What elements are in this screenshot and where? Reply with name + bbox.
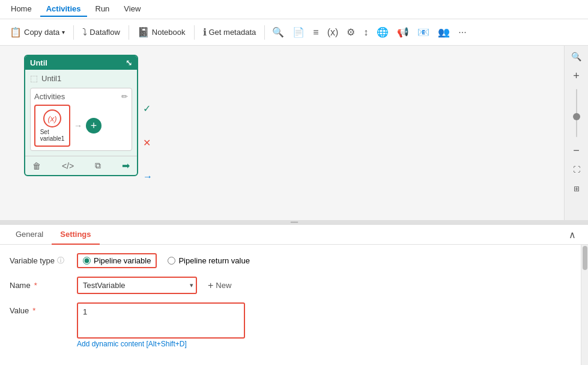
zoom-slider-thumb[interactable] (573, 113, 580, 120)
value-required: * (32, 306, 35, 315)
dataflow-button[interactable]: ⤵ Dataflow (77, 25, 125, 40)
separator (73, 25, 74, 40)
globe-icon-button[interactable]: 🌐 (373, 24, 392, 40)
set-variable-label: Setvariable1 (40, 129, 65, 142)
notify-icon-button[interactable]: 📢 (393, 24, 413, 40)
new-button[interactable]: + New (204, 278, 235, 293)
until-header: Until ⤡ (25, 56, 137, 70)
clone-icon[interactable]: ⧉ (92, 159, 103, 172)
info-icon: ℹ (203, 26, 207, 38)
name-label: Name * (10, 281, 70, 290)
until-copy-icon: ⬚ (30, 73, 38, 83)
bottom-tabs: General Settings ∧ (0, 225, 588, 245)
pipeline-return-radio[interactable] (168, 257, 175, 265)
name-required: * (34, 281, 37, 290)
copy-data-icon: 📋 (10, 26, 22, 38)
activities-inner: Activities ✏ (x) Setvariable1 → + (30, 88, 132, 151)
separator (129, 25, 129, 40)
arrow-icon: → (143, 171, 153, 182)
bottom-scrollbar[interactable] (581, 245, 588, 365)
add-activity-button[interactable]: + (86, 118, 102, 133)
copy-data-button[interactable]: 📋 Copy data ▾ (5, 24, 70, 40)
check-icon: ✓ (143, 103, 153, 114)
menu-run[interactable]: Run (89, 2, 116, 17)
notebook-icon: 📓 (138, 26, 150, 38)
zoom-out-button[interactable]: − (568, 142, 586, 159)
menu-home[interactable]: Home (5, 2, 38, 17)
canvas-search-button[interactable]: 🔍 (568, 48, 586, 65)
until-subitem-label: Until1 (41, 74, 61, 83)
page-icon-button[interactable]: 📄 (289, 24, 308, 40)
value-textarea[interactable] (77, 302, 245, 339)
variable-icon-button[interactable]: (x) (324, 25, 342, 40)
pipeline-return-option[interactable]: Pipeline return value (165, 254, 252, 267)
menu-bar: Home Activities Run View (0, 0, 588, 19)
search-button[interactable]: 🔍 (268, 24, 288, 40)
code-icon[interactable]: </> (59, 160, 76, 172)
zoom-slider-track[interactable] (576, 89, 577, 137)
dynamic-content-link[interactable]: Add dynamic content [Alt+Shift+D] (77, 340, 245, 348)
edit-icon[interactable]: ✏ (121, 92, 128, 101)
settings-icon-button[interactable]: ⚙ (343, 24, 359, 40)
layout-icon-button[interactable]: ↕ (360, 25, 372, 40)
arrow-right-icon: → (74, 121, 82, 130)
tab-general[interactable]: General (7, 225, 52, 245)
name-select-wrapper: TestVariable ▾ (77, 277, 197, 294)
tab-settings[interactable]: Settings (52, 225, 99, 245)
set-variable-icon: (x) (43, 109, 61, 127)
menu-activities[interactable]: Activities (40, 2, 87, 17)
plus-icon: + (208, 280, 213, 291)
teams-icon-button[interactable]: 👥 (434, 24, 453, 40)
delete-icon[interactable]: 🗑 (30, 160, 43, 172)
fit-screen-button[interactable]: ⛶ (568, 161, 586, 178)
variable-type-info-icon[interactable]: ⓘ (57, 256, 64, 266)
more-icon-button[interactable]: ··· (455, 25, 470, 40)
separator (194, 25, 195, 40)
grid-icon-button[interactable]: ≡ (309, 25, 322, 40)
toolbar: 📋 Copy data ▾ ⤵ Dataflow 📓 Notebook ℹ Ge… (0, 19, 588, 46)
value-row: Value * Add dynamic content [Alt+Shift+D… (10, 302, 578, 348)
set-variable-box[interactable]: (x) Setvariable1 (34, 105, 70, 147)
run-icon[interactable]: ➡ (120, 159, 132, 173)
variable-type-label: Variable type ⓘ (10, 256, 70, 266)
until-block: Until ⤡ ⬚ Until1 Activities ✏ (x) Setv (24, 55, 138, 176)
until-subheader: ⬚ Until1 (25, 70, 137, 85)
variable-type-row: Variable type ⓘ Pipeline variable Pipeli… (10, 253, 578, 268)
right-tools: 🔍 + − ⛶ ⊞ (564, 46, 588, 220)
main-content: Until ⤡ ⬚ Until1 Activities ✏ (x) Setv (0, 46, 588, 220)
value-field-group: Add dynamic content [Alt+Shift+D] (77, 302, 245, 348)
get-metadata-button[interactable]: ℹ Get metadata (198, 24, 261, 40)
name-select[interactable]: TestVariable (77, 277, 197, 294)
scroll-thumb[interactable] (583, 246, 587, 270)
radio-group: Pipeline variable Pipeline return value (77, 253, 252, 268)
until-title: Until (30, 58, 47, 67)
error-icon: ✕ (143, 137, 153, 149)
dropdown-arrow-icon: ▾ (62, 29, 65, 35)
collapse-panel-button[interactable]: ∧ (564, 227, 581, 243)
expand-icon[interactable]: ⤡ (126, 58, 132, 67)
pipeline-variable-radio[interactable] (83, 257, 91, 265)
dataflow-icon: ⤵ (82, 27, 87, 38)
activities-label: Activities ✏ (34, 92, 128, 101)
until-footer: 🗑 </> ⧉ ➡ (25, 156, 137, 175)
activities-row: (x) Setvariable1 → + (34, 105, 128, 147)
name-row: Name * TestVariable ▾ + New (10, 277, 578, 294)
mail-icon-button[interactable]: 📧 (414, 24, 433, 40)
zoom-in-button[interactable]: + (568, 67, 586, 84)
separator (264, 25, 265, 40)
minimap-button[interactable]: ⊞ (568, 180, 586, 197)
value-label: Value * (10, 302, 70, 315)
pipeline-variable-option[interactable]: Pipeline variable (77, 253, 157, 268)
settings-content: Variable type ⓘ Pipeline variable Pipeli… (0, 245, 588, 365)
canvas-area[interactable]: Until ⤡ ⬚ Until1 Activities ✏ (x) Setv (0, 46, 564, 220)
notebook-button[interactable]: 📓 Notebook (133, 24, 190, 40)
canvas-overlays: ✓ ✕ → (143, 103, 153, 182)
menu-view[interactable]: View (118, 2, 147, 17)
bottom-panel: General Settings ∧ Variable type ⓘ Pipel… (0, 224, 588, 365)
